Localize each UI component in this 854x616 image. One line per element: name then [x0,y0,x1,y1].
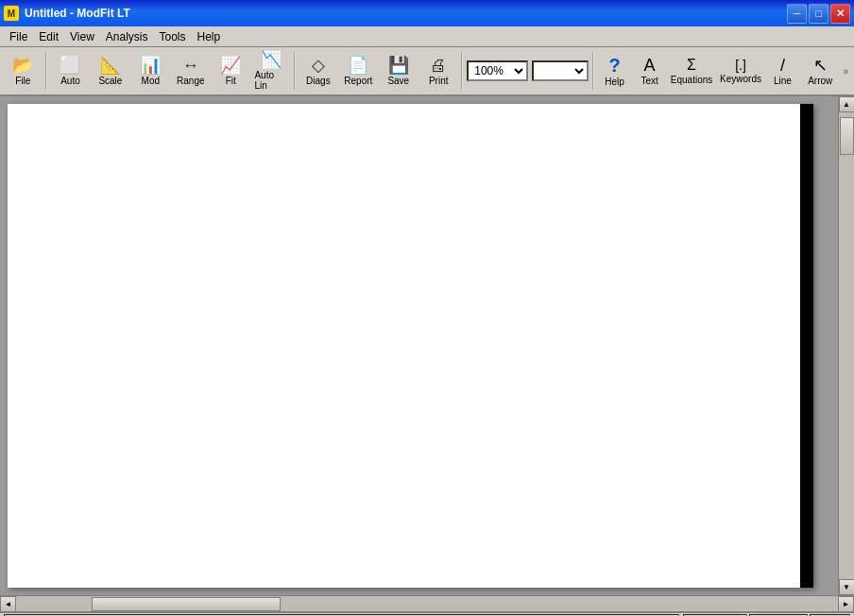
equations-icon: Σ [687,58,696,73]
black-bar [800,104,813,588]
scroll-right-button[interactable]: ► [838,596,854,612]
scale-icon: 📐 [100,57,121,74]
autolin-button[interactable]: 📉 Auto Lin [251,49,289,93]
save-label: Save [387,76,409,86]
arrow-button[interactable]: ↖ Arrow [801,49,839,93]
range-label: Range [177,76,204,86]
line-icon: / [780,57,785,74]
mod-label: Mod [142,76,160,86]
file-icon: 📂 [12,57,33,74]
menu-analysis[interactable]: Analysis [100,28,154,45]
auto-icon: ⬜ [60,57,80,74]
line-button[interactable]: / Line [766,49,799,93]
separator-4 [592,52,594,90]
save-icon: 💾 [388,57,409,74]
zoom-area: 100% 50% 75% 125% 150% 200% [467,60,589,81]
print-button[interactable]: 🖨 Print [419,49,457,93]
help-label: Help [605,77,624,87]
close-button[interactable]: ✕ [830,4,850,24]
mod-button[interactable]: 📊 Mod [131,49,169,93]
line-label: Line [774,76,792,86]
separator-2 [294,52,296,90]
separator-1 [45,52,47,90]
menu-help[interactable]: Help [192,28,227,45]
text-tool-button[interactable]: A Text [633,49,666,93]
print-icon: 🖨 [430,57,447,74]
scale-button[interactable]: 📐 Scale [92,49,129,93]
diags-icon: ◇ [312,57,325,74]
scale-label: Scale [98,76,122,86]
keywords-label: Keywords [720,74,761,84]
scroll-thumb-vertical[interactable] [840,117,854,155]
scroll-up-button[interactable]: ▲ [839,96,855,112]
toolbar: 📂 File ⬜ Auto 📐 Scale 📊 Mod ↔ Range 📈 Fi… [0,47,854,96]
fit-button[interactable]: 📈 Fit [212,49,249,93]
file-button[interactable]: 📂 File [4,49,42,93]
toolbar-expand-button[interactable]: » [841,64,850,78]
app-icon: M [4,6,19,21]
title-bar: M Untitled - ModFit LT ─ □ ✕ [0,0,854,26]
menu-edit[interactable]: Edit [33,28,64,45]
auto-button[interactable]: ⬜ Auto [51,49,89,93]
vertical-scrollbar: ▲ ▼ [838,96,854,595]
diags-label: Diags [306,76,331,86]
color-select[interactable] [532,60,589,81]
menu-bar: File Edit View Analysis Tools Help [0,26,854,47]
horizontal-scrollbar: ◄ ► [0,595,854,611]
equations-label: Equations [671,75,712,85]
document-page [8,104,813,588]
fit-label: Fit [226,76,236,86]
window-controls: ─ □ ✕ [787,4,850,24]
mod-icon: 📊 [140,57,161,74]
text-label: Text [640,76,658,86]
keywords-icon: [.] [735,59,746,72]
zoom-select[interactable]: 100% 50% 75% 125% 150% 200% [467,60,528,81]
maximize-button[interactable]: □ [809,4,828,24]
main-area: ▲ ▼ [0,96,854,595]
autolin-label: Auto Lin [254,70,286,91]
report-icon: 📄 [348,57,368,74]
scroll-thumb-horizontal[interactable] [92,597,281,611]
save-button[interactable]: 💾 Save [380,49,418,93]
range-button[interactable]: ↔ Range [172,49,210,93]
report-label: Report [344,76,372,86]
auto-label: Auto [60,76,80,86]
scroll-track-vertical[interactable] [839,112,854,579]
file-label: File [15,76,30,86]
diags-button[interactable]: ◇ Diags [299,49,337,93]
fit-icon: 📈 [220,57,241,74]
help-icon: ? [608,56,620,75]
equations-button[interactable]: Σ Equations [668,49,715,93]
menu-file[interactable]: File [4,28,33,45]
status-bar: C:\Documents and Settings\omega\Local Se… [0,611,854,616]
canvas-area[interactable] [0,96,838,595]
range-icon: ↔ [182,57,199,74]
menu-view[interactable]: View [64,28,100,45]
separator-3 [461,52,463,90]
scroll-down-button[interactable]: ▼ [839,579,855,595]
scroll-left-button[interactable]: ◄ [0,596,16,612]
autolin-icon: 📉 [261,51,282,68]
menu-tools[interactable]: Tools [154,28,192,45]
minimize-button[interactable]: ─ [787,4,807,24]
title-text: Untitled - ModFit LT [25,7,787,20]
scroll-track-horizontal[interactable] [16,596,838,611]
arrow-icon: ↖ [813,57,828,74]
help-button[interactable]: ? Help [598,49,631,93]
arrow-label: Arrow [808,76,832,86]
print-label: Print [429,76,449,86]
report-button[interactable]: 📄 Report [339,49,377,93]
text-icon: A [644,57,656,74]
keywords-button[interactable]: [.] Keywords [717,49,764,93]
